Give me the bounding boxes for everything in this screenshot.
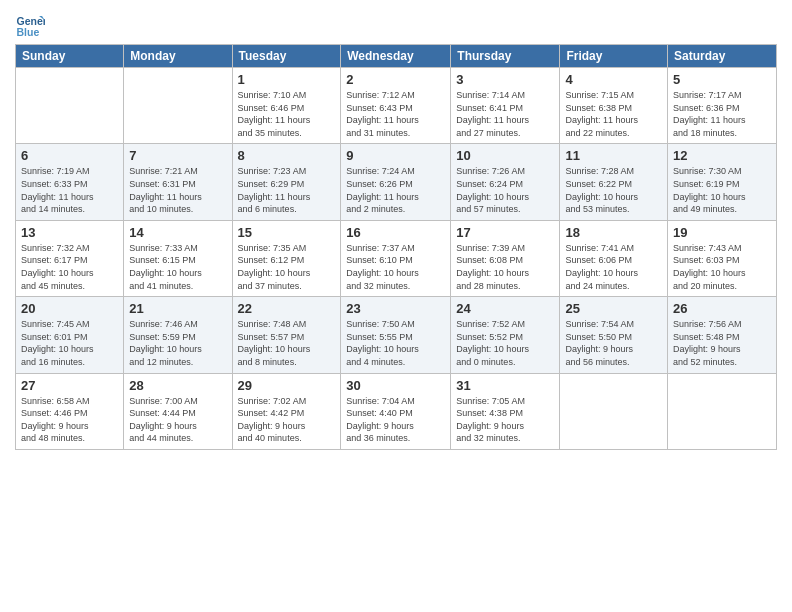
day-number: 24 xyxy=(456,301,554,316)
logo: General Blue xyxy=(15,10,49,40)
weekday-header-friday: Friday xyxy=(560,45,668,68)
weekday-header-row: SundayMondayTuesdayWednesdayThursdayFrid… xyxy=(16,45,777,68)
day-info: Sunrise: 7:45 AM Sunset: 6:01 PM Dayligh… xyxy=(21,318,118,368)
day-info: Sunrise: 7:32 AM Sunset: 6:17 PM Dayligh… xyxy=(21,242,118,292)
day-number: 31 xyxy=(456,378,554,393)
day-number: 20 xyxy=(21,301,118,316)
header: General Blue xyxy=(15,10,777,40)
day-info: Sunrise: 7:37 AM Sunset: 6:10 PM Dayligh… xyxy=(346,242,445,292)
calendar-cell: 3Sunrise: 7:14 AM Sunset: 6:41 PM Daylig… xyxy=(451,68,560,144)
weekday-header-thursday: Thursday xyxy=(451,45,560,68)
calendar-cell: 2Sunrise: 7:12 AM Sunset: 6:43 PM Daylig… xyxy=(341,68,451,144)
day-info: Sunrise: 7:00 AM Sunset: 4:44 PM Dayligh… xyxy=(129,395,226,445)
day-info: Sunrise: 7:35 AM Sunset: 6:12 PM Dayligh… xyxy=(238,242,336,292)
day-number: 28 xyxy=(129,378,226,393)
day-number: 10 xyxy=(456,148,554,163)
day-number: 25 xyxy=(565,301,662,316)
day-info: Sunrise: 7:23 AM Sunset: 6:29 PM Dayligh… xyxy=(238,165,336,215)
day-info: Sunrise: 7:43 AM Sunset: 6:03 PM Dayligh… xyxy=(673,242,771,292)
calendar-cell: 25Sunrise: 7:54 AM Sunset: 5:50 PM Dayli… xyxy=(560,297,668,373)
weekday-header-saturday: Saturday xyxy=(668,45,777,68)
day-number: 7 xyxy=(129,148,226,163)
calendar-cell: 24Sunrise: 7:52 AM Sunset: 5:52 PM Dayli… xyxy=(451,297,560,373)
day-number: 22 xyxy=(238,301,336,316)
calendar-cell: 27Sunrise: 6:58 AM Sunset: 4:46 PM Dayli… xyxy=(16,373,124,449)
day-info: Sunrise: 7:05 AM Sunset: 4:38 PM Dayligh… xyxy=(456,395,554,445)
day-number: 2 xyxy=(346,72,445,87)
calendar-cell: 9Sunrise: 7:24 AM Sunset: 6:26 PM Daylig… xyxy=(341,144,451,220)
day-info: Sunrise: 7:14 AM Sunset: 6:41 PM Dayligh… xyxy=(456,89,554,139)
day-info: Sunrise: 7:28 AM Sunset: 6:22 PM Dayligh… xyxy=(565,165,662,215)
day-info: Sunrise: 7:39 AM Sunset: 6:08 PM Dayligh… xyxy=(456,242,554,292)
day-info: Sunrise: 7:41 AM Sunset: 6:06 PM Dayligh… xyxy=(565,242,662,292)
day-info: Sunrise: 7:02 AM Sunset: 4:42 PM Dayligh… xyxy=(238,395,336,445)
calendar-week-row: 1Sunrise: 7:10 AM Sunset: 6:46 PM Daylig… xyxy=(16,68,777,144)
calendar-cell: 22Sunrise: 7:48 AM Sunset: 5:57 PM Dayli… xyxy=(232,297,341,373)
calendar-cell: 11Sunrise: 7:28 AM Sunset: 6:22 PM Dayli… xyxy=(560,144,668,220)
day-number: 12 xyxy=(673,148,771,163)
calendar-cell: 19Sunrise: 7:43 AM Sunset: 6:03 PM Dayli… xyxy=(668,220,777,296)
day-number: 8 xyxy=(238,148,336,163)
calendar-page: General Blue SundayMondayTuesdayWednesda… xyxy=(0,0,792,612)
day-info: Sunrise: 7:56 AM Sunset: 5:48 PM Dayligh… xyxy=(673,318,771,368)
calendar-cell: 4Sunrise: 7:15 AM Sunset: 6:38 PM Daylig… xyxy=(560,68,668,144)
day-number: 23 xyxy=(346,301,445,316)
calendar-cell: 8Sunrise: 7:23 AM Sunset: 6:29 PM Daylig… xyxy=(232,144,341,220)
calendar-cell xyxy=(16,68,124,144)
weekday-header-monday: Monday xyxy=(124,45,232,68)
day-info: Sunrise: 6:58 AM Sunset: 4:46 PM Dayligh… xyxy=(21,395,118,445)
day-number: 1 xyxy=(238,72,336,87)
calendar-cell: 5Sunrise: 7:17 AM Sunset: 6:36 PM Daylig… xyxy=(668,68,777,144)
day-number: 5 xyxy=(673,72,771,87)
day-info: Sunrise: 7:19 AM Sunset: 6:33 PM Dayligh… xyxy=(21,165,118,215)
day-number: 27 xyxy=(21,378,118,393)
calendar-week-row: 13Sunrise: 7:32 AM Sunset: 6:17 PM Dayli… xyxy=(16,220,777,296)
svg-text:Blue: Blue xyxy=(17,26,40,38)
calendar-cell xyxy=(560,373,668,449)
day-number: 16 xyxy=(346,225,445,240)
day-number: 13 xyxy=(21,225,118,240)
day-number: 21 xyxy=(129,301,226,316)
calendar-cell: 23Sunrise: 7:50 AM Sunset: 5:55 PM Dayli… xyxy=(341,297,451,373)
calendar-cell: 28Sunrise: 7:00 AM Sunset: 4:44 PM Dayli… xyxy=(124,373,232,449)
day-info: Sunrise: 7:04 AM Sunset: 4:40 PM Dayligh… xyxy=(346,395,445,445)
calendar-week-row: 20Sunrise: 7:45 AM Sunset: 6:01 PM Dayli… xyxy=(16,297,777,373)
calendar-cell: 20Sunrise: 7:45 AM Sunset: 6:01 PM Dayli… xyxy=(16,297,124,373)
day-number: 19 xyxy=(673,225,771,240)
day-info: Sunrise: 7:24 AM Sunset: 6:26 PM Dayligh… xyxy=(346,165,445,215)
day-info: Sunrise: 7:54 AM Sunset: 5:50 PM Dayligh… xyxy=(565,318,662,368)
calendar-cell: 29Sunrise: 7:02 AM Sunset: 4:42 PM Dayli… xyxy=(232,373,341,449)
day-number: 17 xyxy=(456,225,554,240)
logo-icon: General Blue xyxy=(15,10,45,40)
day-number: 14 xyxy=(129,225,226,240)
calendar-cell: 18Sunrise: 7:41 AM Sunset: 6:06 PM Dayli… xyxy=(560,220,668,296)
day-number: 4 xyxy=(565,72,662,87)
calendar-cell: 14Sunrise: 7:33 AM Sunset: 6:15 PM Dayli… xyxy=(124,220,232,296)
day-number: 15 xyxy=(238,225,336,240)
day-info: Sunrise: 7:10 AM Sunset: 6:46 PM Dayligh… xyxy=(238,89,336,139)
weekday-header-sunday: Sunday xyxy=(16,45,124,68)
day-info: Sunrise: 7:30 AM Sunset: 6:19 PM Dayligh… xyxy=(673,165,771,215)
day-info: Sunrise: 7:50 AM Sunset: 5:55 PM Dayligh… xyxy=(346,318,445,368)
calendar-cell: 16Sunrise: 7:37 AM Sunset: 6:10 PM Dayli… xyxy=(341,220,451,296)
weekday-header-wednesday: Wednesday xyxy=(341,45,451,68)
day-info: Sunrise: 7:52 AM Sunset: 5:52 PM Dayligh… xyxy=(456,318,554,368)
calendar-cell: 31Sunrise: 7:05 AM Sunset: 4:38 PM Dayli… xyxy=(451,373,560,449)
day-number: 18 xyxy=(565,225,662,240)
calendar-cell: 12Sunrise: 7:30 AM Sunset: 6:19 PM Dayli… xyxy=(668,144,777,220)
calendar-cell: 15Sunrise: 7:35 AM Sunset: 6:12 PM Dayli… xyxy=(232,220,341,296)
calendar-cell: 7Sunrise: 7:21 AM Sunset: 6:31 PM Daylig… xyxy=(124,144,232,220)
calendar-week-row: 27Sunrise: 6:58 AM Sunset: 4:46 PM Dayli… xyxy=(16,373,777,449)
weekday-header-tuesday: Tuesday xyxy=(232,45,341,68)
calendar-cell: 26Sunrise: 7:56 AM Sunset: 5:48 PM Dayli… xyxy=(668,297,777,373)
day-number: 6 xyxy=(21,148,118,163)
calendar-cell: 6Sunrise: 7:19 AM Sunset: 6:33 PM Daylig… xyxy=(16,144,124,220)
day-info: Sunrise: 7:46 AM Sunset: 5:59 PM Dayligh… xyxy=(129,318,226,368)
calendar-week-row: 6Sunrise: 7:19 AM Sunset: 6:33 PM Daylig… xyxy=(16,144,777,220)
day-number: 3 xyxy=(456,72,554,87)
calendar-cell: 30Sunrise: 7:04 AM Sunset: 4:40 PM Dayli… xyxy=(341,373,451,449)
calendar-cell: 10Sunrise: 7:26 AM Sunset: 6:24 PM Dayli… xyxy=(451,144,560,220)
day-number: 9 xyxy=(346,148,445,163)
calendar-cell xyxy=(668,373,777,449)
calendar-cell: 13Sunrise: 7:32 AM Sunset: 6:17 PM Dayli… xyxy=(16,220,124,296)
